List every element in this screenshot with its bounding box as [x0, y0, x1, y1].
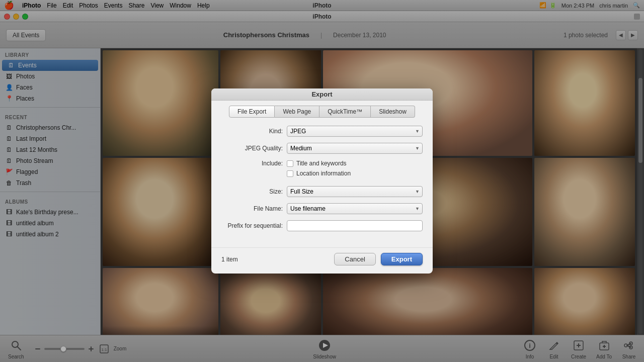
size-label: Size:: [221, 188, 287, 195]
file-name-select-wrapper: Use filename Sequential Album name with …: [287, 203, 423, 214]
include-label: Include:: [221, 160, 287, 167]
location-checkbox[interactable]: [287, 170, 293, 177]
item-count: 1 item: [221, 256, 238, 263]
include-row: Include: Title and keywords Location inf…: [221, 160, 423, 180]
jpeg-quality-select-wrapper: Low Medium High Maximum ▼: [287, 143, 423, 154]
kind-select[interactable]: JPEG PNG TIFF Original: [287, 126, 423, 137]
size-select[interactable]: Full Size Large Medium Small Custom: [287, 186, 423, 197]
dialog-footer: 1 item Cancel Export: [211, 247, 433, 274]
dialog-content: Kind: JPEG PNG TIFF Original ▼ JPEG Qual…: [211, 118, 433, 245]
size-select-wrapper: Full Size Large Medium Small Custom ▼: [287, 186, 423, 197]
kind-label: Kind:: [221, 128, 287, 135]
file-name-row: File Name: Use filename Sequential Album…: [221, 203, 423, 214]
dialog-title: Export: [311, 90, 332, 98]
title-keywords-checkbox[interactable]: [287, 160, 293, 167]
jpeg-quality-row: JPEG Quality: Low Medium High Maximum ▼: [221, 143, 423, 154]
cancel-button[interactable]: Cancel: [334, 253, 375, 265]
prefix-row: Prefix for sequential:: [221, 220, 423, 231]
tab-slideshow[interactable]: Slideshow: [371, 106, 415, 118]
dialog-tabs: File Export Web Page QuickTime™ Slidesho…: [211, 101, 433, 118]
kind-row: Kind: JPEG PNG TIFF Original ▼: [221, 126, 423, 137]
title-keywords-row: Title and keywords: [287, 160, 351, 167]
export-dialog: Export File Export Web Page QuickTime™ S…: [211, 88, 433, 274]
size-row: Size: Full Size Large Medium Small Custo…: [221, 186, 423, 197]
jpeg-quality-label: JPEG Quality:: [221, 145, 287, 152]
location-label: Location information: [296, 170, 351, 177]
dialog-overlay: Export File Export Web Page QuickTime™ S…: [0, 0, 644, 362]
tab-web-page[interactable]: Web Page: [275, 106, 319, 118]
title-keywords-label: Title and keywords: [296, 160, 347, 167]
prefix-label: Prefix for sequential:: [221, 222, 287, 229]
file-name-label: File Name:: [221, 205, 287, 212]
location-row: Location information: [287, 170, 351, 177]
prefix-input[interactable]: [287, 220, 423, 231]
tab-quicktime[interactable]: QuickTime™: [319, 106, 371, 118]
dialog-buttons: Cancel Export: [334, 253, 423, 265]
kind-select-wrapper: JPEG PNG TIFF Original ▼: [287, 126, 423, 137]
dialog-title-bar: Export: [211, 88, 433, 101]
jpeg-quality-select[interactable]: Low Medium High Maximum: [287, 143, 423, 154]
tab-file-export[interactable]: File Export: [229, 106, 275, 118]
export-button[interactable]: Export: [381, 253, 423, 265]
include-checkboxes: Title and keywords Location information: [287, 160, 351, 180]
file-name-select[interactable]: Use filename Sequential Album name with …: [287, 203, 423, 214]
